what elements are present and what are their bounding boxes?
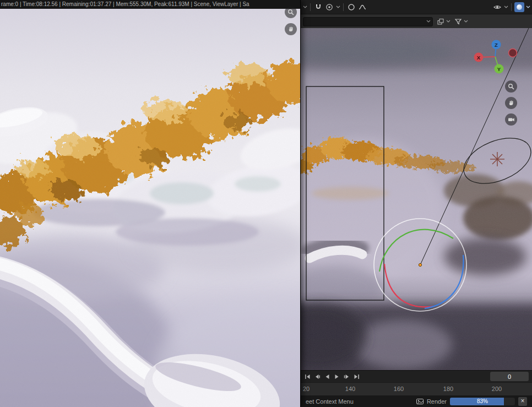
pan-button[interactable] xyxy=(505,97,517,109)
divider xyxy=(511,3,512,11)
object-origin-dot xyxy=(419,263,421,266)
viewport-toolbar xyxy=(301,15,532,28)
circle-select-icon[interactable] xyxy=(346,2,356,12)
zoom-button[interactable] xyxy=(505,80,517,93)
overlays-dropdown-chevron-icon[interactable] xyxy=(503,2,508,12)
filter-funnel-icon xyxy=(453,17,463,26)
render-image-icon xyxy=(416,398,424,405)
ruler-tick-label: 140 xyxy=(345,386,355,392)
jump-to-end-button[interactable] xyxy=(352,372,361,381)
search-input[interactable] xyxy=(303,17,433,26)
axis-x-ball[interactable]: X xyxy=(474,53,484,62)
timeline-playback-bar: 0 xyxy=(301,370,532,382)
falloff-dropdown-chevron-icon[interactable] xyxy=(335,2,340,12)
chevron-down-icon xyxy=(463,17,468,26)
ruler-tick-label: 20 xyxy=(303,386,310,392)
proportional-editing-icon[interactable] xyxy=(324,2,334,12)
render-status-text: rame:0 | Time:08:12.56 | Remaining:01:37… xyxy=(0,0,300,9)
render-progress-percent: 83% xyxy=(450,398,515,405)
overlays-eye-icon[interactable] xyxy=(492,2,502,12)
cancel-render-button[interactable]: × xyxy=(518,397,527,406)
filter-dropdown[interactable] xyxy=(453,17,468,26)
chevron-down-icon[interactable] xyxy=(302,2,307,12)
divider xyxy=(343,3,344,11)
ruler-tick-label: 200 xyxy=(492,386,502,392)
display-mode-dropdown[interactable] xyxy=(436,17,450,26)
viewport-header xyxy=(301,0,532,14)
render-result-window: rame:0 | Time:08:12.56 | Remaining:01:37… xyxy=(0,0,301,407)
axis-x-label: X xyxy=(477,55,481,61)
pan-hand-icon xyxy=(508,100,514,106)
next-keyframe-button[interactable] xyxy=(342,372,351,381)
render-result-image[interactable] xyxy=(0,9,300,407)
main-window: Z X Y xyxy=(301,0,532,407)
axis-neg-x-ball[interactable] xyxy=(509,49,517,57)
current-frame-field[interactable]: 0 xyxy=(490,372,529,381)
play-reverse-button[interactable] xyxy=(322,372,332,381)
snap-magnet-icon[interactable] xyxy=(313,2,323,12)
prev-keyframe-button[interactable] xyxy=(312,372,322,381)
axis-z-ball[interactable]: Z xyxy=(492,40,501,50)
axis-z-label: Z xyxy=(495,42,498,48)
status-bar: eet Context Menu Render 83% × xyxy=(301,395,532,407)
image-zoom-button[interactable] xyxy=(285,6,297,18)
play-button[interactable] xyxy=(332,372,341,381)
zoom-icon xyxy=(508,83,515,90)
zoom-icon xyxy=(287,9,295,16)
viewport-render-scene xyxy=(301,28,532,370)
camera-icon xyxy=(508,116,515,123)
camera-view-button[interactable] xyxy=(505,113,517,126)
shading-dropdown-chevron-icon[interactable] xyxy=(525,2,530,12)
render-job-label: Render xyxy=(427,398,447,405)
image-pan-button[interactable] xyxy=(285,23,297,35)
ruler-tick-label: 160 xyxy=(394,386,404,392)
chevron-down-icon xyxy=(426,20,431,23)
viewport-3d[interactable] xyxy=(301,28,532,370)
render-progress-group: Render 83% × xyxy=(416,397,527,406)
render-progress-bar: 83% xyxy=(450,398,515,405)
ruler-tick-label: 180 xyxy=(443,386,453,392)
axis-y-label: Y xyxy=(497,66,501,72)
navigation-axis-gizmo[interactable]: Z X Y xyxy=(469,34,522,78)
falloff-curve-icon[interactable] xyxy=(357,2,367,12)
jump-to-start-button[interactable] xyxy=(302,372,312,381)
display-mode-icon xyxy=(436,17,446,26)
timeline-ruler[interactable]: 20 140 160 180 200 xyxy=(301,382,532,396)
pan-hand-icon xyxy=(287,26,294,32)
viewport-shading-rendered-icon[interactable] xyxy=(514,2,524,12)
context-hint-text: eet Context Menu xyxy=(306,398,354,405)
axis-y-ball[interactable]: Y xyxy=(495,64,504,74)
blender-app: Z X Y xyxy=(0,0,532,407)
divider xyxy=(310,3,311,11)
chevron-down-icon xyxy=(446,17,450,26)
